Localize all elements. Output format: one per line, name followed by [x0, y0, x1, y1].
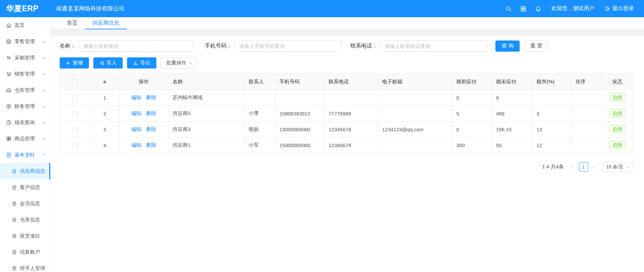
- sidebar-subitem[interactable]: 供应商信息: [0, 163, 50, 179]
- chevron-left-icon: [571, 165, 575, 169]
- mobile-filter-input[interactable]: [235, 40, 342, 52]
- apps-icon[interactable]: [520, 6, 526, 12]
- sidebar-subitem[interactable]: 经手人管理: [0, 260, 50, 272]
- sidebar-subitem-label: 结算账户: [20, 249, 47, 255]
- sidebar-item[interactable]: 商品管理: [0, 131, 50, 147]
- delete-link[interactable]: 删除: [146, 94, 156, 100]
- column-header-actions: 操作: [119, 74, 168, 90]
- mobile-filter-label: 手机号码：: [205, 43, 232, 50]
- sidebar-item-label: 采购管理: [14, 55, 43, 61]
- cell-contact: [245, 90, 275, 106]
- sidebar-subitem[interactable]: 会员信息: [0, 195, 50, 212]
- cell-tel: 12345678: [325, 121, 378, 137]
- plus-icon: [66, 61, 70, 65]
- cell-begin-payable: 5: [452, 106, 492, 121]
- row-checkbox[interactable]: [72, 143, 78, 148]
- page-number-button[interactable]: 1: [579, 162, 588, 171]
- table-body: 1 编辑删除 苏州蜗牛网络 0 0: [60, 90, 633, 153]
- table-header-row: # 操作 名称 联系人 手机号码 联系电话 电子邮箱 期初应付 期末应付 税率(…: [60, 74, 633, 90]
- status-badge: 启用: [609, 109, 625, 117]
- edit-link[interactable]: 编辑: [131, 142, 142, 148]
- prev-page-button[interactable]: [569, 163, 577, 171]
- sidebar-subitem[interactable]: 结算账户: [0, 244, 50, 260]
- cell-contact: 晓丽: [245, 121, 275, 137]
- batch-operations-button[interactable]: 批量操作: [161, 57, 197, 69]
- logout-button[interactable]: 退出登录: [605, 5, 634, 12]
- export-button[interactable]: 导出: [127, 57, 156, 69]
- filter-bar: 名称： 手机号码： 联系电话： 查 询 重 置: [60, 40, 644, 52]
- tel-filter-input[interactable]: [380, 40, 487, 52]
- sidebar-item[interactable]: 基本资料: [0, 147, 50, 163]
- column-header-begin-payable: 期初应付: [452, 74, 492, 90]
- row-checkbox[interactable]: [72, 111, 78, 116]
- sidebar-item[interactable]: 销售管理: [0, 66, 50, 82]
- delete-link[interactable]: 删除: [146, 142, 156, 148]
- row-checkbox[interactable]: [72, 95, 78, 101]
- edit-link[interactable]: 编辑: [131, 94, 142, 100]
- chevron-icon: [42, 120, 46, 124]
- cell-end-payable: 486: [492, 106, 532, 121]
- delete-link[interactable]: 删除: [146, 110, 156, 116]
- sidebar-item-label: 基本资料: [14, 152, 43, 158]
- status-badge: 启用: [609, 93, 625, 102]
- sidebar-item[interactable]: 首页: [0, 17, 50, 33]
- doc-icon: [12, 185, 17, 190]
- sidebar-subitem-label: 收支项目: [20, 233, 47, 239]
- sidebar-item-label: 首页: [14, 22, 43, 29]
- logout-label: 退出登录: [612, 5, 634, 12]
- row-actions: 编辑删除: [119, 121, 168, 137]
- tel-filter-label: 联系电话：: [350, 43, 377, 50]
- doc-icon: [12, 266, 17, 271]
- cell-tax-rate: 12: [532, 137, 572, 153]
- sidebar-item-label: 仓库管理: [14, 87, 43, 93]
- sidebar-subitem[interactable]: 仓库信息: [0, 212, 50, 228]
- column-header-tel: 联系电话: [325, 74, 378, 90]
- cell-mobile: [275, 90, 325, 106]
- table-row: 4 编辑删除 供应商1 小军 15000000000 12345678 300 …: [60, 137, 633, 153]
- cell-end-payable: 106.15: [492, 121, 532, 137]
- tab-home[interactable]: 首页: [59, 17, 85, 29]
- sidebar: 首页 零售管理 采购管理 销售管理 仓库: [0, 17, 51, 272]
- bell-icon[interactable]: [535, 6, 541, 12]
- chevron-icon: [42, 55, 46, 59]
- doc-icon: [12, 234, 17, 239]
- chevron-icon: [42, 104, 46, 108]
- sidebar-item[interactable]: 采购管理: [0, 50, 50, 66]
- row-index: 1: [91, 90, 119, 106]
- next-page-button[interactable]: [590, 163, 599, 171]
- page-size-select[interactable]: 10 条/页: [603, 162, 633, 172]
- cell-end-payable: 55: [492, 137, 532, 153]
- sidebar-item[interactable]: 仓库管理: [0, 82, 50, 98]
- supplier-table: # 操作 名称 联系人 手机号码 联系电话 电子邮箱 期初应付 期末应付 税率(…: [60, 74, 633, 153]
- column-header-contact: 联系人: [245, 74, 275, 90]
- edit-link[interactable]: 编辑: [131, 126, 142, 132]
- search-icon[interactable]: [505, 6, 512, 12]
- sidebar-subitem[interactable]: 收支项目: [0, 228, 50, 244]
- tabbar: 首页 供应商信息: [51, 17, 644, 29]
- content-gap: [51, 29, 644, 35]
- edit-link[interactable]: 编辑: [131, 110, 142, 116]
- row-index: 2: [91, 106, 119, 121]
- import-button[interactable]: 导入: [93, 57, 123, 69]
- name-filter-label: 名称：: [60, 43, 76, 50]
- sidebar-subitem[interactable]: 客户信息: [0, 179, 50, 195]
- sidebar-item[interactable]: 财务管理: [0, 98, 50, 114]
- query-button[interactable]: 查 询: [495, 40, 520, 52]
- row-index: 4: [91, 137, 119, 153]
- row-checkbox[interactable]: [72, 127, 78, 132]
- select-all-checkbox[interactable]: [72, 79, 78, 85]
- sidebar-item[interactable]: 报表查询: [0, 114, 50, 131]
- cell-name: 供应商5: [168, 106, 245, 121]
- table-row: 2 编辑删除 供应商5 小季 15806283912 77779999 5 48…: [60, 106, 633, 121]
- base-icon: [6, 152, 11, 158]
- table-row: 1 编辑删除 苏州蜗牛网络 0 0: [60, 90, 633, 106]
- cell-status: 启用: [602, 137, 633, 153]
- tab-supplier-info[interactable]: 供应商信息: [85, 17, 127, 29]
- cell-end-payable: 0: [492, 90, 532, 106]
- name-filter-input[interactable]: [79, 40, 194, 52]
- reset-button[interactable]: 重 置: [525, 40, 548, 52]
- cell-begin-payable: 0: [452, 90, 492, 106]
- delete-link[interactable]: 删除: [146, 126, 156, 132]
- add-button[interactable]: 新增: [60, 57, 89, 69]
- sidebar-item[interactable]: 零售管理: [0, 33, 50, 50]
